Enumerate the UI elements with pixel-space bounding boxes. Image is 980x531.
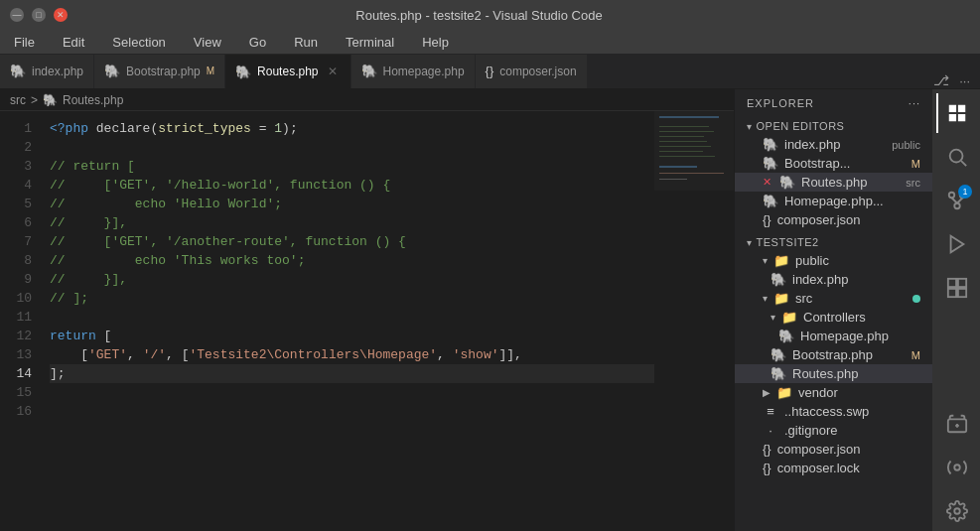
file-composer-json[interactable]: {} composer.json xyxy=(735,440,932,459)
php-file-icon-routes: 🐘 xyxy=(779,175,795,190)
editor-area: src > 🐘 Routes.php 12345 678910 11121314… xyxy=(0,89,734,531)
chevron-open-editors: ▾ xyxy=(747,121,753,132)
open-editor-bootstrap[interactable]: 🐘 Bootstrap... M xyxy=(735,154,932,173)
open-editor-homepage[interactable]: 🐘 Homepage.php... xyxy=(735,192,932,210)
code-line-7: // ['GET', '/another-route', function ()… xyxy=(50,232,654,251)
file-gitignore[interactable]: · .gitignore xyxy=(735,421,932,440)
activity-settings[interactable] xyxy=(936,491,976,531)
menu-help[interactable]: Help xyxy=(416,33,455,52)
svg-rect-20 xyxy=(948,279,956,287)
php-icon-bootstrap: 🐘 xyxy=(104,64,120,78)
menu-terminal[interactable]: Terminal xyxy=(340,33,400,52)
folder-vendor[interactable]: ▶ 📁 vendor xyxy=(735,383,932,402)
file-homepage-php[interactable]: 🐘 Homepage.php xyxy=(735,327,932,345)
menu-view[interactable]: View xyxy=(188,33,227,52)
open-editor-routes[interactable]: ✕ 🐘 Routes.php src xyxy=(735,173,932,192)
activity-remote[interactable] xyxy=(936,404,976,444)
activity-bar: 1 xyxy=(932,89,980,531)
chevron-src: ▾ xyxy=(763,293,768,304)
file-composer-lock[interactable]: {} composer.lock xyxy=(735,459,932,477)
folder-icon-vendor: 📁 xyxy=(776,385,792,400)
sidebar: EXPLORER ··· ▾ OPEN EDITORS 🐘 index.php … xyxy=(734,89,932,531)
menu-go[interactable]: Go xyxy=(243,33,272,52)
source-control-icon[interactable]: ⎇ xyxy=(933,72,949,88)
activity-search[interactable] xyxy=(936,137,976,177)
code-line-3: // return [ xyxy=(50,157,654,176)
code-line-4: // ['GET', '/hello-world', function () { xyxy=(50,176,654,195)
open-editor-composer[interactable]: {} composer.json xyxy=(735,210,932,229)
code-line-10: // ]; xyxy=(50,289,654,308)
tab-extras: ⎇ ··· xyxy=(923,72,980,88)
explorer-header: EXPLORER ··· xyxy=(735,89,932,117)
breadcrumb-src[interactable]: src xyxy=(10,93,26,107)
folder-src[interactable]: ▾ 📁 src xyxy=(735,289,932,308)
explorer-menu-icon[interactable]: ··· xyxy=(909,97,920,109)
folder-icon-public: 📁 xyxy=(773,253,789,268)
minimap xyxy=(654,111,734,531)
code-line-15 xyxy=(50,383,654,402)
code-line-9: // }], xyxy=(50,270,654,289)
active-line-num: 14 xyxy=(0,364,32,383)
open-editor-index[interactable]: 🐘 index.php public xyxy=(735,135,932,154)
open-editors-section: ▾ OPEN EDITORS 🐘 index.php public 🐘 Boot… xyxy=(735,117,932,229)
folder-icon-controllers: 📁 xyxy=(781,310,797,325)
close-button[interactable]: ✕ xyxy=(54,8,68,22)
tab-close-routes[interactable]: ✕ xyxy=(325,64,341,79)
tab-homepage[interactable]: 🐘 Homepage.php xyxy=(351,55,476,88)
minimize-button[interactable]: — xyxy=(10,8,24,22)
activity-extensions[interactable] xyxy=(936,268,976,308)
file-icon-htaccess: ≡ xyxy=(763,404,778,419)
file-bootstrap-php[interactable]: 🐘 Bootstrap.php M xyxy=(735,345,932,364)
file-htaccess[interactable]: ≡ ..htaccess.swp xyxy=(735,402,932,421)
tab-index[interactable]: 🐘 index.php xyxy=(0,55,94,88)
folder-controllers[interactable]: ▾ 📁 Controllers xyxy=(735,308,932,327)
code-line-12: return [ xyxy=(50,327,654,345)
code-editor[interactable]: 12345 678910 11121314 1516 <?php declare… xyxy=(0,111,734,531)
activity-manage[interactable] xyxy=(936,448,976,487)
menu-file[interactable]: File xyxy=(8,33,41,52)
modified-badge: M xyxy=(911,158,920,170)
folder-public[interactable]: ▾ 📁 public xyxy=(735,251,932,270)
breadcrumb-file[interactable]: Routes.php xyxy=(63,93,123,107)
code-line-6: // }], xyxy=(50,213,654,232)
svg-line-13 xyxy=(961,161,966,166)
close-editor-routes[interactable]: ✕ xyxy=(763,176,771,189)
file-icon-gitignore: · xyxy=(763,423,778,438)
line-numbers: 12345 678910 11121314 1516 xyxy=(0,111,40,531)
svg-rect-11 xyxy=(654,111,734,191)
php-icon-homepage-tree: 🐘 xyxy=(778,329,794,343)
maximize-button[interactable]: □ xyxy=(32,8,46,22)
json-icon-composer: {} xyxy=(486,64,494,78)
menu-selection[interactable]: Selection xyxy=(106,33,171,52)
php-icon: 🐘 xyxy=(10,64,26,78)
modified-dot-src xyxy=(912,295,920,303)
activity-explorer[interactable] xyxy=(936,93,976,133)
open-editors-header[interactable]: ▾ OPEN EDITORS xyxy=(735,117,932,135)
testsite2-section: ▾ TESTSITE2 ▾ 📁 public 🐘 index.php ▾ 📁 s… xyxy=(735,233,932,477)
activity-run[interactable] xyxy=(936,224,976,264)
json-icon-lock-tree: {} xyxy=(763,461,771,475)
code-line-13: ['GET', '/', ['Testsite2\Controllers\Hom… xyxy=(50,345,654,364)
file-index-php[interactable]: 🐘 index.php xyxy=(735,270,932,289)
php-icon-bootstrap-tree: 🐘 xyxy=(770,347,786,362)
svg-rect-23 xyxy=(958,289,966,297)
code-line-16 xyxy=(50,402,654,421)
svg-point-16 xyxy=(954,203,960,209)
menu-run[interactable]: Run xyxy=(288,33,324,52)
tab-overflow[interactable]: ··· xyxy=(959,73,970,88)
php-file-icon-homepage: 🐘 xyxy=(763,194,778,208)
code-content[interactable]: <?php declare(strict_types = 1); // retu… xyxy=(40,111,654,531)
testsite2-header[interactable]: ▾ TESTSITE2 xyxy=(735,233,932,251)
activity-source-control[interactable]: 1 xyxy=(936,181,976,220)
svg-line-17 xyxy=(952,198,958,203)
tab-routes[interactable]: 🐘 Routes.php ✕ xyxy=(225,55,350,88)
php-icon-index: 🐘 xyxy=(770,272,786,287)
tab-composer[interactable]: {} composer.json xyxy=(476,55,588,88)
file-routes-php[interactable]: 🐘 Routes.php xyxy=(735,364,932,383)
tab-bootstrap[interactable]: 🐘 Bootstrap.php M xyxy=(94,55,225,88)
code-line-8: // echo 'This works too'; xyxy=(50,251,654,270)
menu-edit[interactable]: Edit xyxy=(57,33,90,52)
main-area: src > 🐘 Routes.php 12345 678910 11121314… xyxy=(0,89,980,531)
svg-point-14 xyxy=(949,193,955,199)
tab-bar: 🐘 index.php 🐘 Bootstrap.php M 🐘 Routes.p… xyxy=(0,55,980,89)
